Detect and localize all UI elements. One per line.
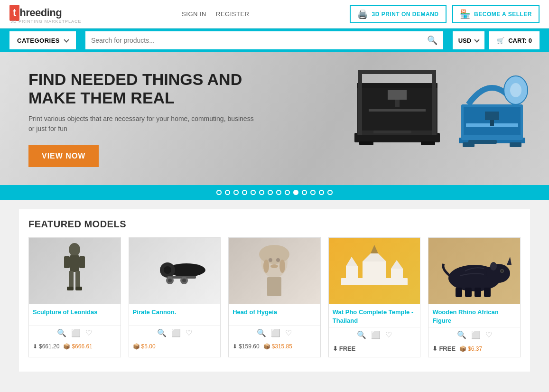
product-card-temple[interactable]: Wat Pho Complete Temple - Thailand 🔍 ⬜ ♡…: [328, 237, 421, 357]
svg-rect-26: [64, 256, 70, 268]
view3d-icon[interactable]: ⬜: [71, 328, 81, 337]
cart-icon: 🛒: [497, 37, 504, 44]
product-card-rhino[interactable]: Wooden Rhino African Figure 🔍 ⬜ ♡ ⬇ FREE…: [428, 237, 521, 357]
zoom-icon-4[interactable]: 🔍: [357, 330, 366, 339]
signin-link[interactable]: SIGN IN: [182, 10, 206, 18]
product-name-hygeia: Head of Hygeia: [229, 304, 320, 325]
product-image-cannon: [129, 238, 221, 304]
svg-point-43: [279, 260, 285, 273]
become-seller-button[interactable]: 🏪 BECOME A SELLER: [452, 5, 540, 23]
download-price-temple: ⬇ FREE: [333, 345, 356, 352]
dot-13[interactable]: [319, 190, 324, 195]
svg-rect-12: [395, 100, 400, 107]
featured-title: FEATURED MODELS: [28, 219, 521, 230]
product-actions-cannon: 🔍 ⬜ ♡: [129, 325, 221, 340]
dot-9[interactable]: [285, 190, 290, 195]
view3d-icon-2[interactable]: ⬜: [171, 328, 181, 337]
dot-8[interactable]: [276, 190, 281, 195]
logo-icon: t: [9, 5, 19, 21]
zoom-icon-2[interactable]: 🔍: [157, 328, 167, 337]
product-prices-leonidas: ⬇ $661.20 📦 $666.61: [29, 340, 121, 355]
product-card-leonidas[interactable]: Sculpture of Leonidas 🔍 ⬜ ♡ ⬇ $661.20 📦: [28, 237, 121, 357]
svg-rect-9: [359, 141, 373, 145]
dot-6[interactable]: [259, 190, 264, 195]
box-icon-2: 📦: [133, 343, 140, 350]
dot-4[interactable]: [242, 190, 247, 195]
zoom-icon[interactable]: 🔍: [57, 328, 66, 337]
dot-1[interactable]: [216, 190, 222, 195]
dot-11[interactable]: [302, 190, 307, 195]
download-icon-4: ⬇: [333, 345, 338, 352]
dot-14[interactable]: [327, 190, 333, 195]
svg-rect-27: [79, 256, 85, 268]
view-now-button[interactable]: VIEW NOW: [28, 145, 99, 167]
header-actions: 🖨️ 3D PRINT ON DEMAND 🏪 BECOME A SELLER: [350, 5, 540, 23]
svg-point-18: [510, 83, 521, 97]
product-actions-rhino: 🔍 ⬜ ♡: [428, 327, 520, 342]
search-bar: 🔍: [85, 31, 443, 49]
svg-point-42: [263, 260, 269, 273]
wishlist-icon-5[interactable]: ♡: [485, 330, 492, 339]
product-actions-temple: 🔍 ⬜ ♡: [329, 327, 420, 342]
wishlist-icon-3[interactable]: ♡: [285, 328, 292, 337]
register-link[interactable]: REGISTER: [216, 10, 249, 18]
print-price-rhino: 📦 $6.37: [459, 345, 482, 352]
logo[interactable]: t hreeding 3D PRINTING MARKETPLACE: [9, 5, 82, 24]
svg-rect-4: [369, 109, 426, 112]
wishlist-icon-4[interactable]: ♡: [385, 330, 392, 339]
cart-button[interactable]: 🛒 CART: 0: [489, 31, 540, 49]
product-prices-hygeia: ⬇ $159.60 📦 $315.85: [229, 340, 320, 355]
svg-rect-10: [421, 141, 435, 145]
view3d-icon-3[interactable]: ⬜: [271, 328, 280, 337]
currency-selector[interactable]: USD: [453, 31, 484, 49]
hero-title: FIND NEEDED THINGS AND MAKE THEM REAL: [28, 70, 256, 107]
categories-button[interactable]: CATEGORIES: [9, 31, 76, 49]
dot-12[interactable]: [310, 190, 316, 195]
wishlist-icon-2[interactable]: ♡: [186, 328, 192, 337]
box-icon-3: 📦: [263, 343, 270, 350]
svg-point-63: [490, 262, 497, 271]
svg-rect-59: [456, 288, 462, 297]
print-on-demand-button[interactable]: 🖨️ 3D PRINT ON DEMAND: [350, 5, 447, 23]
svg-rect-49: [346, 266, 358, 280]
product-image-rhino: [428, 238, 520, 304]
product-image-hygeia: [229, 238, 320, 304]
dot-5[interactable]: [251, 190, 256, 195]
box-icon: 📦: [63, 343, 70, 350]
slider-dots: [0, 185, 549, 200]
product-image-temple: [329, 238, 420, 304]
dot-3[interactable]: [233, 190, 239, 195]
header-nav: SIGN IN REGISTER: [182, 10, 249, 18]
view3d-icon-4[interactable]: ⬜: [371, 330, 381, 339]
svg-rect-25: [70, 255, 79, 272]
search-input[interactable]: [91, 37, 427, 44]
search-button[interactable]: 🔍: [427, 35, 437, 46]
product-actions-hygeia: 🔍 ⬜ ♡: [229, 325, 320, 340]
svg-rect-20: [490, 120, 494, 126]
svg-marker-54: [391, 260, 403, 269]
dot-10[interactable]: [293, 190, 298, 195]
svg-marker-50: [346, 257, 358, 266]
product-card-hygeia[interactable]: Head of Hygeia 🔍 ⬜ ♡ ⬇ $159.60 📦 $: [228, 237, 321, 357]
product-name-temple: Wat Pho Complete Temple - Thailand: [329, 304, 420, 327]
dot-2[interactable]: [225, 190, 230, 195]
svg-rect-11: [388, 90, 407, 100]
wishlist-icon[interactable]: ♡: [85, 328, 92, 337]
download-price-leonidas: ⬇ $661.20: [33, 343, 59, 350]
zoom-icon-3[interactable]: 🔍: [257, 328, 266, 337]
hygeia-figure: [253, 240, 296, 302]
print-price-cannon: 📦 $5.00: [133, 343, 156, 350]
svg-rect-22: [463, 142, 475, 147]
product-card-cannon[interactable]: Pirate Cannon. 🔍 ⬜ ♡ 📦 $5.00: [129, 237, 221, 357]
zoom-icon-5[interactable]: 🔍: [457, 330, 466, 339]
svg-rect-7: [358, 70, 436, 74]
svg-rect-8: [373, 131, 411, 133]
svg-rect-29: [75, 271, 80, 288]
svg-rect-62: [484, 288, 491, 297]
product-actions-leonidas: 🔍 ⬜ ♡: [29, 325, 121, 340]
svg-rect-28: [69, 271, 74, 288]
view3d-icon-5[interactable]: ⬜: [471, 330, 481, 339]
logo-text: hreeding: [19, 7, 62, 19]
currency-label: USD: [458, 37, 471, 44]
dot-7[interactable]: [268, 190, 273, 195]
